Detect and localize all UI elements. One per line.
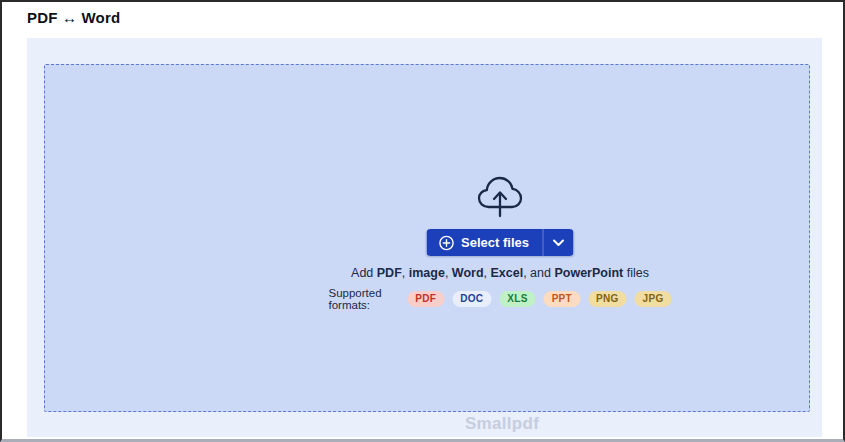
cloud-upload-icon	[474, 172, 526, 222]
format-badge-pdf: PDF	[407, 291, 444, 307]
select-files-button[interactable]: Select files	[426, 229, 543, 256]
page-title: PDF ↔ Word	[27, 9, 120, 26]
chevron-down-icon	[553, 239, 565, 247]
dropzone-content: Select files Add PDF, image, Word, Excel…	[329, 172, 672, 311]
format-badge-ppt: PPT	[544, 291, 580, 307]
format-badge-png: PNG	[588, 291, 627, 307]
smallpdf-watermark: Smallpdf	[465, 414, 539, 434]
add-files-hint: Add PDF, image, Word, Excel, and PowerPo…	[351, 266, 649, 280]
app-window: { "page": { "title": "PDF ↔ Word" }, "up…	[0, 0, 845, 442]
select-files-label: Select files	[461, 235, 529, 250]
supported-formats-label: Supported formats:	[329, 287, 400, 311]
supported-formats-row: Supported formats: PDF DOC XLS PPT PNG J…	[329, 287, 672, 311]
format-badge-jpg: JPG	[635, 291, 672, 307]
format-badge-xls: XLS	[499, 291, 535, 307]
format-badge-doc: DOC	[452, 291, 491, 307]
plus-circle-icon	[438, 235, 454, 251]
select-files-dropdown-button[interactable]	[544, 229, 574, 256]
select-files-split-button: Select files	[426, 229, 574, 256]
